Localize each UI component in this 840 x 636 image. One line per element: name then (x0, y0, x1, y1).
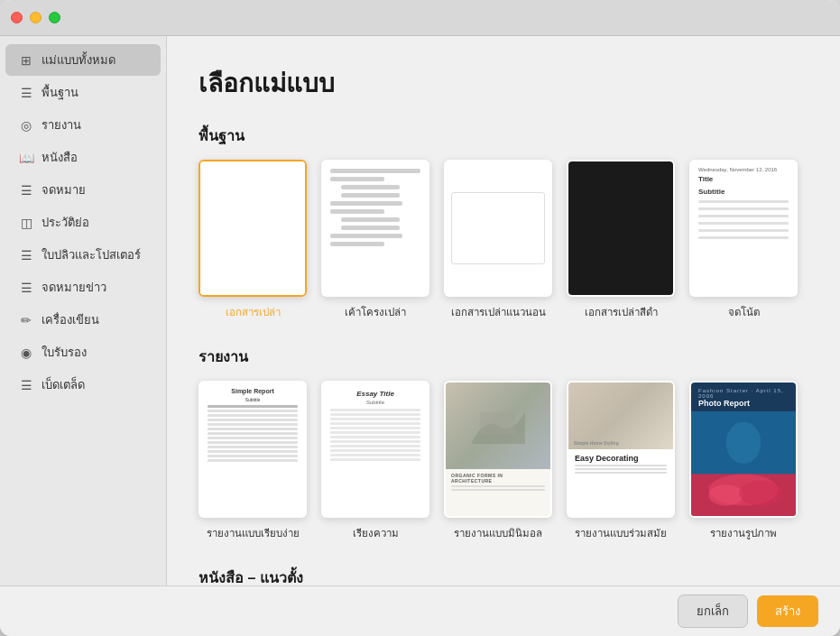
sidebar-label-misc: เบ็ดเตล็ด (42, 375, 85, 394)
sidebar-label-resume: ประวัติย่อ (42, 213, 89, 232)
sidebar-item-stationery[interactable]: ✏ เครื่องเขียน (5, 304, 161, 336)
svg-point-2 (726, 422, 762, 464)
template-thumb-organic[interactable]: ORGANIC FORMS IN ARCHITECTURE (444, 381, 552, 518)
svg-point-5 (708, 484, 743, 505)
sidebar-item-basic[interactable]: ☰ พื้นฐาน (5, 77, 161, 108)
sidebar-item-report[interactable]: ◎ รายงาน (5, 109, 161, 141)
r5 (208, 423, 298, 426)
organic-preview: ORGANIC FORMS IN ARCHITECTURE (446, 383, 550, 516)
note-line-1 (698, 200, 789, 203)
organic-text-area: ORGANIC FORMS IN ARCHITECTURE (446, 469, 550, 494)
flyer-icon: ☰ (18, 247, 34, 263)
outline-line-2 (330, 177, 384, 181)
outline-line-8 (341, 226, 400, 230)
organic-title: ORGANIC FORMS IN ARCHITECTURE (451, 473, 545, 484)
organic-image (446, 383, 550, 469)
essay-preview: Essay Title Subtitle (323, 383, 428, 516)
r8 (208, 437, 298, 439)
create-button[interactable]: สร้าง (757, 595, 818, 627)
template-thumb-simple[interactable]: Simple Report Subtitle (198, 381, 307, 518)
maximize-button[interactable] (49, 12, 60, 23)
r7 (208, 432, 298, 435)
footer-bar: ยกเล็ก สร้าง (0, 585, 840, 636)
sidebar-item-certificate[interactable]: ◉ ใบรับรอง (5, 336, 161, 368)
r9 (208, 441, 298, 444)
note-line-4 (698, 222, 789, 225)
minimize-button[interactable] (30, 12, 42, 23)
e3 (330, 418, 420, 420)
sidebar-label-flyer: ใบปลิวและโปสเตอร์ (42, 245, 141, 264)
template-easy[interactable]: Simple Home Styling Easy Decorating รายง… (567, 381, 675, 541)
easy-title: Easy Decorating (575, 454, 667, 463)
template-thumb-photo[interactable]: Fashion Starter · April 15, 2006 Photo R… (689, 381, 798, 518)
outline-line-4 (341, 193, 400, 198)
section-title-report: รายงาน (198, 346, 808, 368)
template-black[interactable]: เอกสารเปล่าสีดำ (567, 160, 675, 320)
easy-preview: Simple Home Styling Easy Decorating (568, 383, 673, 516)
note-subtitle: Subtitle (698, 188, 789, 196)
template-landscape[interactable]: เอกสารเปล่าแนวนอน (444, 160, 552, 320)
template-label-note: จดโน้ต (728, 304, 760, 320)
template-thumb-note[interactable]: Wednesday, November 12, 2016 Title Subti… (689, 160, 798, 297)
template-organic[interactable]: ORGANIC FORMS IN ARCHITECTURE รายงานแบบม… (444, 381, 552, 541)
traffic-lights (11, 12, 60, 23)
organic-line-2 (451, 489, 545, 491)
sidebar-item-newsletter[interactable]: ☰ จดหมายข่าว (5, 272, 161, 303)
template-outline[interactable]: เค้าโครงเปล่า (321, 160, 429, 320)
essay-subtitle: Subtitle (366, 400, 384, 405)
template-thumb-landscape[interactable] (444, 160, 552, 297)
outline-line-9 (330, 234, 402, 238)
book-icon: 📖 (18, 150, 34, 166)
outline-line-3 (341, 185, 400, 189)
sidebar-item-letter[interactable]: ☰ จดหมาย (5, 174, 161, 206)
template-photo[interactable]: Fashion Starter · April 15, 2006 Photo R… (689, 381, 798, 541)
landscape-preview (446, 161, 550, 295)
badge-icon: ◉ (18, 345, 34, 361)
sidebar: ⊞ แม่แบบทั้งหมด ☰ พื้นฐาน ◎ รายงาน 📖 หนั… (0, 36, 167, 585)
template-label-organic: รายงานแบบมินิมอล (454, 525, 542, 541)
cancel-button[interactable]: ยกเล็ก (678, 595, 748, 628)
misc-icon: ☰ (18, 377, 34, 393)
letter-icon: ☰ (18, 182, 34, 198)
sidebar-item-resume[interactable]: ◫ ประวัติย่อ (5, 207, 161, 238)
note-line-2 (698, 207, 789, 210)
template-thumb-essay[interactable]: Essay Title Subtitle (321, 381, 429, 518)
sidebar-label-all: แม่แบบทั้งหมด (42, 51, 115, 69)
close-button[interactable] (11, 12, 23, 23)
easy-image-area: Simple Home Styling (568, 383, 673, 449)
sidebar-item-all[interactable]: ⊞ แม่แบบทั้งหมด (5, 44, 161, 76)
sidebar-item-misc[interactable]: ☰ เบ็ดเตล็ด (5, 369, 161, 401)
template-label-simple: รายงานแบบเรียบง่าย (207, 525, 300, 541)
sidebar-label-basic: พื้นฐาน (42, 83, 78, 102)
template-label-blank: เอกสารเปล่า (226, 304, 281, 320)
note-line-3 (698, 215, 789, 217)
template-simple-report[interactable]: Simple Report Subtitle (198, 381, 307, 541)
outline-line-5 (330, 201, 402, 206)
basic-templates-grid: เอกสารเปล่า (198, 160, 808, 320)
r6 (208, 428, 298, 430)
template-label-landscape: เอกสารเปล่าแนวนอน (451, 304, 546, 320)
report-templates-grid: Simple Report Subtitle (198, 381, 808, 541)
template-note[interactable]: Wednesday, November 12, 2016 Title Subti… (689, 160, 798, 320)
template-label-outline: เค้าโครงเปล่า (345, 304, 406, 320)
note-line-6 (698, 236, 789, 239)
template-essay[interactable]: Essay Title Subtitle (321, 381, 429, 541)
template-thumb-black[interactable] (567, 160, 675, 297)
sidebar-item-flyer[interactable]: ☰ ใบปลิวและโปสเตอร์ (5, 239, 161, 271)
essay-title: Essay Title (356, 390, 394, 398)
e8 (330, 440, 420, 443)
photo-image-area (691, 411, 796, 516)
sidebar-label-letter: จดหมาย (42, 180, 86, 199)
photo-preview: Fashion Starter · April 15, 2006 Photo R… (691, 383, 796, 516)
template-thumb-blank[interactable] (198, 160, 307, 297)
photo-report-title: Photo Report (698, 399, 789, 408)
template-thumb-outline[interactable] (321, 160, 429, 297)
sidebar-item-book[interactable]: 📖 หนังสือ (5, 142, 161, 173)
template-thumb-easy[interactable]: Simple Home Styling Easy Decorating (567, 381, 675, 518)
template-blank[interactable]: เอกสารเปล่า (198, 160, 307, 320)
simple-report-subtitle: Subtitle (208, 397, 298, 402)
e12 (330, 458, 420, 461)
template-label-photo: รายงานรูปภาพ (710, 525, 777, 541)
landscape-inner (451, 192, 545, 264)
outline-preview (323, 161, 428, 295)
